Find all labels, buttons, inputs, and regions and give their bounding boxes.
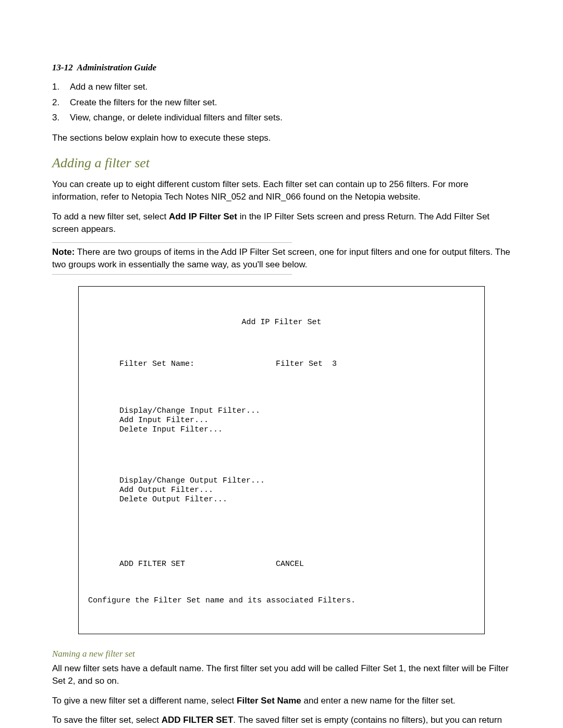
note-block: Note: There are two groups of items in t… bbox=[52, 242, 511, 275]
field-label: Filter Set Name: bbox=[88, 360, 276, 369]
text-run: To save the filter set, select bbox=[52, 715, 162, 725]
terminal-status: Configure the Filter Set name and its as… bbox=[88, 596, 475, 606]
ordered-steps: 1. Add a new filter set. 2. Create the f… bbox=[52, 80, 511, 125]
action-name: ADD FILTER SET bbox=[162, 715, 234, 725]
intro-follow: The sections below explain how to execut… bbox=[52, 132, 511, 144]
section-heading-adding: Adding a filter set bbox=[52, 155, 511, 171]
page-header: 13-12 Administration Guide bbox=[52, 63, 511, 73]
list-item: 3. View, change, or delete individual fi… bbox=[52, 111, 511, 125]
paragraph: To add a new filter set, select Add IP F… bbox=[52, 211, 511, 236]
menu-item: Delete Output Filter... bbox=[119, 495, 227, 504]
add-filter-set-action: ADD FILTER SET bbox=[88, 560, 276, 569]
menu-item: Add Output Filter... bbox=[119, 486, 213, 495]
document-page: 13-12 Administration Guide 1. Add a new … bbox=[0, 0, 563, 728]
action-name: Filter Set Name bbox=[237, 696, 301, 706]
text-run: and enter a new name for the filter set. bbox=[301, 696, 456, 706]
text-run: To add a new filter set, select bbox=[52, 212, 169, 221]
paragraph: To give a new filter set a different nam… bbox=[52, 695, 511, 707]
output-filter-group: Display/Change Output Filter... Add Outp… bbox=[88, 467, 475, 504]
list-item: 2. Create the filters for the new filter… bbox=[52, 96, 511, 109]
terminal-row: Filter Set Name: Filter Set 3 bbox=[88, 360, 475, 369]
item-text: Add a new filter set. bbox=[70, 80, 148, 94]
item-number: 2. bbox=[52, 96, 70, 109]
paragraph: All new filter sets have a default name.… bbox=[52, 662, 511, 687]
page-ref: 13-12 bbox=[52, 63, 73, 72]
terminal-actions: ADD FILTER SET CANCEL bbox=[88, 560, 475, 569]
input-filter-group: Display/Change Input Filter... Add Input… bbox=[88, 397, 475, 435]
divider bbox=[52, 274, 292, 275]
terminal-title: Add IP Filter Set bbox=[88, 318, 475, 327]
paragraph: To save the filter set, select ADD FILTE… bbox=[52, 714, 511, 728]
page-title: Administration Guide bbox=[77, 63, 157, 72]
sub-heading-naming: Naming a new filter set bbox=[52, 649, 511, 659]
note-label: Note: bbox=[52, 247, 75, 257]
text-run: There are two groups of items in the Add… bbox=[52, 247, 510, 269]
item-text: Create the filters for the new filter se… bbox=[70, 96, 217, 109]
list-item: 1. Add a new filter set. bbox=[52, 80, 511, 94]
note-text: Note: There are two groups of items in t… bbox=[52, 243, 511, 274]
paragraph: You can create up to eight different cus… bbox=[52, 178, 511, 203]
item-text: View, change, or delete individual filte… bbox=[70, 111, 283, 125]
menu-item: Display/Change Output Filter... bbox=[119, 476, 265, 485]
terminal-screenshot: Add IP Filter Set Filter Set Name: Filte… bbox=[78, 286, 485, 634]
field-value: Filter Set 3 bbox=[276, 360, 475, 369]
menu-item: Add Input Filter... bbox=[119, 416, 209, 425]
menu-item: Delete Input Filter... bbox=[119, 425, 223, 434]
action-name: Add IP Filter Set bbox=[169, 212, 237, 221]
item-number: 1. bbox=[52, 80, 70, 94]
cancel-action: CANCEL bbox=[276, 560, 475, 569]
menu-item: Display/Change Input Filter... bbox=[119, 406, 260, 415]
text-run: To give a new filter set a different nam… bbox=[52, 696, 237, 706]
item-number: 3. bbox=[52, 111, 70, 125]
